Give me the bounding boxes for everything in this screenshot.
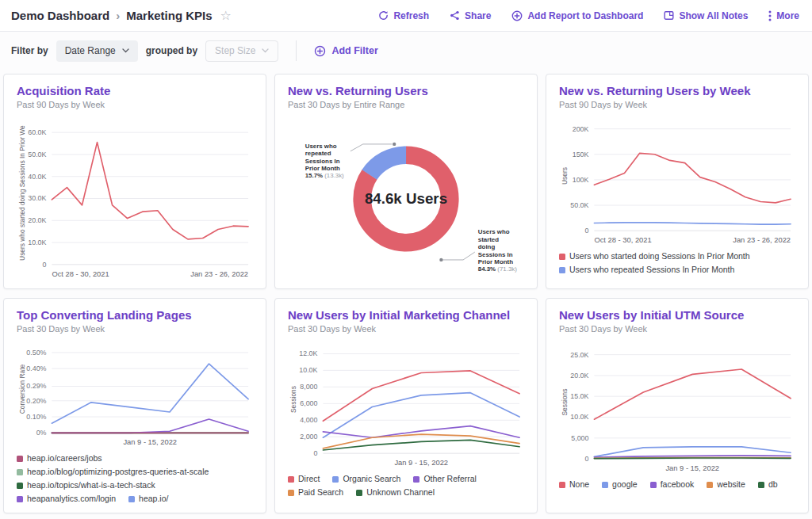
share-button[interactable]: Share <box>450 10 491 21</box>
plus-circle-icon <box>314 45 326 57</box>
x-axis-label: Jan 9 - 15, 2022 <box>394 459 448 467</box>
legend-item[interactable]: Users who started doing Sessions In Prio… <box>559 250 750 262</box>
legend-item[interactable]: Paid Search <box>288 487 343 498</box>
card-subtitle: Past 90 Days by Week <box>17 100 253 109</box>
chart-legend: Nonegooglefacebookwebsitedb <box>559 479 795 490</box>
legend-item[interactable]: heap.io/topics/what-is-a-tech-stack <box>17 479 155 491</box>
chart-canvas: 12.0K10.0K8,0006,0004,0002,0000SessionsJ… <box>288 337 524 470</box>
y-tick-label: 10.0K <box>28 239 46 246</box>
chart-legend: Users who started doing Sessions In Prio… <box>559 250 795 276</box>
legend-item[interactable]: Other Referral <box>413 473 477 485</box>
legend-item[interactable]: Direct <box>288 473 320 485</box>
legend-item[interactable]: facebook <box>650 479 695 490</box>
legend-swatch-icon <box>707 482 713 488</box>
plus-circle-icon <box>511 10 523 21</box>
series-line[interactable] <box>594 458 791 459</box>
grouped-by-label: grouped by <box>146 45 197 56</box>
legend-item[interactable]: heap.io/careers/jobs <box>17 452 102 464</box>
x-axis-label: Oct 28 - 30, 2021 <box>52 270 109 278</box>
y-tick-label: 30.0K <box>28 194 46 202</box>
card-title[interactable]: New vs. Returning Users by Week <box>559 84 795 97</box>
donut-center-label: 84.6k Users <box>365 190 447 207</box>
more-label: More <box>776 10 799 21</box>
y-tick-label: 6,000 <box>300 399 317 407</box>
legend-swatch-icon <box>288 490 294 496</box>
series-line[interactable] <box>323 426 519 438</box>
series-line[interactable] <box>52 419 248 433</box>
legend-item[interactable]: heapanalytics.com/login <box>17 493 116 505</box>
card-title[interactable]: New Users by Initial Marketing Channel <box>288 308 524 322</box>
y-tick-label: 0% <box>36 429 47 437</box>
add-filter-button[interactable]: Add Filter <box>314 45 377 57</box>
card-title[interactable]: New Users by Initial UTM Source <box>559 308 795 322</box>
refresh-button[interactable]: Refresh <box>378 10 429 21</box>
step-size-select[interactable]: Step Size <box>205 40 278 62</box>
share-label: Share <box>465 10 491 21</box>
chart-canvas: 25.0K20.0K15.0K10.0K5,0000SessionsJan 9 … <box>559 337 795 475</box>
favorite-star-icon[interactable]: ☆ <box>220 10 232 22</box>
legend-item[interactable]: google <box>602 479 638 490</box>
callout-text: started <box>478 236 499 243</box>
show-all-notes-button[interactable]: Show All Notes <box>664 10 748 21</box>
legend-label: Organic Search <box>343 473 400 485</box>
y-tick-label: 0 <box>43 261 47 269</box>
refresh-icon <box>378 10 389 21</box>
breadcrumb-report: Marketing KPIs <box>126 9 212 22</box>
series-line[interactable] <box>52 143 248 239</box>
add-report-button[interactable]: Add Report to Dashboard <box>511 10 643 21</box>
share-icon <box>450 10 460 21</box>
series-line[interactable] <box>594 369 791 419</box>
y-tick-label: 4,000 <box>300 416 317 424</box>
legend-item[interactable]: Organic Search <box>332 473 400 485</box>
legend-swatch-icon <box>128 496 135 502</box>
legend-label: google <box>612 479 638 490</box>
more-button[interactable]: More <box>768 10 799 21</box>
breadcrumb-dashboard[interactable]: Demo Dashboard <box>11 9 109 22</box>
line-chart: 25.0K20.0K15.0K10.0K5,0000SessionsJan 9 … <box>559 337 795 475</box>
legend-swatch-icon <box>559 267 565 273</box>
legend-label: Paid Search <box>298 487 343 498</box>
kebab-menu-icon <box>768 10 772 21</box>
chart-canvas: 0.50%0.40%0.29%0.20%0.10%0%Conversion Ra… <box>17 337 253 449</box>
card-title[interactable]: Top Converting Landing Pages <box>17 308 253 322</box>
card-subtitle: Past 30 Days by Week <box>559 324 795 334</box>
legend-item[interactable]: None <box>559 479 589 490</box>
legend-item[interactable]: Unknown Channel <box>356 487 435 498</box>
filter-by-label: Filter by <box>11 45 48 56</box>
legend-swatch-icon <box>650 482 657 488</box>
series-line[interactable] <box>594 153 791 202</box>
legend-item[interactable]: website <box>707 479 745 490</box>
top-header: Demo Dashboard › Marketing KPIs ☆ Refres… <box>0 0 812 32</box>
legend-item[interactable]: Users who repeated Sessions In Prior Mon… <box>559 264 734 276</box>
legend-item[interactable]: heap.io/blog/optimizing-postgres-queries… <box>17 466 209 478</box>
notes-icon <box>664 10 674 21</box>
callout-text: Prior Month <box>478 258 513 265</box>
card-title[interactable]: Acquisition Rate <box>17 84 253 97</box>
y-tick-label: 5,000 <box>571 434 588 442</box>
callout-value: 84.3% (71.3k) <box>478 265 517 273</box>
legend-swatch-icon <box>332 476 339 483</box>
series-line[interactable] <box>594 223 791 224</box>
card-subtitle: Past 30 Days by Week <box>17 324 253 334</box>
legend-label: heap.io/ <box>139 493 168 505</box>
line-chart: 0.50%0.40%0.29%0.20%0.10%0%Conversion Ra… <box>17 337 253 449</box>
series-line[interactable] <box>52 364 248 423</box>
date-range-value: Date Range <box>65 45 116 56</box>
x-axis-label: Jan 23 - 26, 2022 <box>733 236 791 244</box>
callout-value: 15.7% (13.3k) <box>305 172 344 179</box>
legend-swatch-icon <box>602 482 608 488</box>
card-title[interactable]: New vs. Returning Users <box>288 84 524 97</box>
legend-label: heap.io/blog/optimizing-postgres-queries… <box>27 466 209 478</box>
y-tick-label: 40.0K <box>28 173 46 181</box>
date-range-select[interactable]: Date Range <box>56 40 138 62</box>
legend-swatch-icon <box>758 482 764 488</box>
line-chart: 60.0K50.0K40.0K30.0K20.0K10.0K0Users who… <box>17 113 253 281</box>
y-axis-title: Sessions <box>561 389 569 416</box>
callout-text: Users who <box>305 143 337 150</box>
line-chart: 12.0K10.0K8,0006,0004,0002,0000SessionsJ… <box>288 337 524 470</box>
y-tick-label: 0 <box>314 449 318 457</box>
legend-item[interactable]: heap.io/ <box>128 493 168 505</box>
x-axis-label: Jan 9 - 15, 2022 <box>123 438 177 446</box>
chart-canvas: 84.6k UsersUsers whorepeatedSessions InP… <box>288 113 524 284</box>
legend-item[interactable]: db <box>758 479 778 490</box>
